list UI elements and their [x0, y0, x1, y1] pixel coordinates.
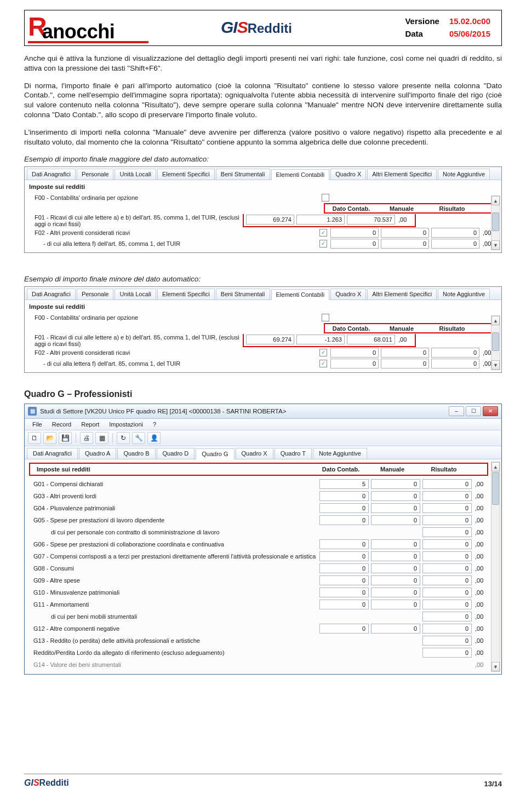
- scroll-up-icon[interactable]: ▲: [491, 196, 500, 205]
- f02-dato[interactable]: 0: [330, 348, 379, 358]
- checkbox-f00[interactable]: [322, 314, 329, 321]
- scroll-down-icon[interactable]: ▼: [491, 662, 500, 671]
- toolbar-refresh-icon[interactable]: ↻: [117, 432, 130, 444]
- cell-dato[interactable]: 0: [319, 551, 369, 561]
- tab-personale[interactable]: Personale: [77, 169, 114, 180]
- tab-unita-locali[interactable]: Unità Locali: [115, 169, 156, 180]
- menu-file[interactable]: File: [28, 420, 47, 429]
- tab-elementi-contabili[interactable]: Elementi Contabili: [271, 169, 330, 180]
- f01-dato[interactable]: 69.274: [246, 215, 294, 224]
- checkbox-f02b[interactable]: ✓: [319, 240, 327, 247]
- checkbox-f02[interactable]: ✓: [319, 229, 327, 237]
- tab-note-aggiuntive[interactable]: Note Aggiuntive: [438, 289, 490, 300]
- tab-quadro-g[interactable]: Quadro G: [196, 448, 234, 459]
- tab-dati-anagrafici[interactable]: Dati Anagrafici: [27, 448, 78, 459]
- f02b-dato[interactable]: 0: [330, 359, 379, 368]
- tab-elementi-specifici[interactable]: Elementi Specifici: [157, 289, 215, 300]
- logo-gis: GISRedditi: [154, 18, 296, 37]
- close-button[interactable]: ✕: [483, 406, 498, 416]
- menu-impostazioni[interactable]: Impostazioni: [105, 420, 147, 429]
- cell-manuale[interactable]: 0: [371, 588, 420, 597]
- scroll-thumb[interactable]: [492, 472, 499, 505]
- scroll-down-icon[interactable]: ▼: [491, 360, 500, 370]
- minimize-button[interactable]: –: [449, 406, 464, 416]
- cell-dato[interactable]: 0: [319, 491, 369, 501]
- tab-quadro-t[interactable]: Quadro T: [275, 448, 312, 459]
- tab-beni-strumentali[interactable]: Beni Strumentali: [216, 169, 270, 180]
- tab-quadro-x[interactable]: Quadro X: [330, 169, 366, 180]
- toolbar-print-icon[interactable]: 🖨: [80, 432, 93, 444]
- maximize-button[interactable]: ☐: [466, 406, 481, 416]
- tab-note-aggiuntive[interactable]: Note Aggiuntive: [313, 448, 367, 459]
- tab-quadro-b[interactable]: Quadro B: [117, 448, 155, 459]
- f02b-manuale[interactable]: 0: [381, 239, 429, 249]
- cell-manuale[interactable]: 0: [371, 539, 420, 549]
- version-value: 15.02.0c00: [445, 15, 495, 27]
- tab-quadro-a[interactable]: Quadro A: [79, 448, 116, 459]
- cell-dato[interactable]: 0: [319, 588, 369, 597]
- tab-personale[interactable]: Personale: [77, 289, 114, 300]
- cell-dato[interactable]: 0: [319, 624, 369, 634]
- f02b-manuale[interactable]: 0: [381, 359, 429, 368]
- checkbox-f00[interactable]: [322, 194, 329, 201]
- scroll-up-icon[interactable]: ▲: [491, 462, 500, 471]
- window-titlebar[interactable]: ▦ Studi di Settore [VK20U Unico PF quadr…: [25, 404, 501, 419]
- cell-dato[interactable]: 0: [319, 600, 369, 609]
- menu-report[interactable]: Report: [77, 420, 104, 429]
- checkbox-f02b[interactable]: ✓: [319, 360, 327, 367]
- tab-elementi-contabili[interactable]: Elementi Contabili: [271, 289, 330, 300]
- scroll-thumb[interactable]: [492, 332, 499, 351]
- cell-manuale[interactable]: 0: [371, 503, 420, 513]
- scrollbar-vertical[interactable]: ▲ ▼: [491, 195, 500, 250]
- cell-dato[interactable]: 0: [319, 563, 369, 573]
- cell-dato[interactable]: 0: [319, 575, 369, 585]
- tab-elementi-specifici[interactable]: Elementi Specifici: [157, 169, 215, 180]
- toolbar-new-icon[interactable]: 🗋: [28, 432, 41, 444]
- f02b-dato[interactable]: 0: [330, 239, 379, 249]
- cell-manuale[interactable]: 0: [371, 479, 420, 489]
- tab-beni-strumentali[interactable]: Beni Strumentali: [216, 289, 270, 300]
- cell-dato[interactable]: 0: [319, 515, 369, 525]
- grid-row: G05 - Spese per prestazioni di lavoro di…: [29, 514, 488, 526]
- cell-dato[interactable]: 0: [319, 539, 369, 549]
- tab-dati-anagrafici[interactable]: Dati Anagrafici: [27, 289, 76, 300]
- cell-manuale[interactable]: 0: [371, 491, 420, 501]
- toolbar-user-icon[interactable]: 👤: [147, 432, 161, 444]
- menu-help[interactable]: ?: [148, 420, 161, 429]
- tab-quadro-x[interactable]: Quadro X: [330, 289, 366, 300]
- cell-manuale[interactable]: 0: [371, 551, 420, 561]
- row-f02b: - di cui alla lettera f) dell'art. 85, c…: [29, 240, 319, 247]
- toolbar-grid-icon[interactable]: ▦: [95, 432, 108, 444]
- f02-manuale[interactable]: 0: [381, 228, 429, 238]
- tab-dati-anagrafici[interactable]: Dati Anagrafici: [27, 169, 76, 180]
- f01-dato[interactable]: 69.274: [246, 335, 294, 344]
- cell-manuale[interactable]: 0: [371, 624, 420, 634]
- cell-dato[interactable]: 0: [319, 503, 369, 513]
- cell-manuale[interactable]: 0: [371, 515, 420, 525]
- scroll-up-icon[interactable]: ▲: [491, 316, 500, 325]
- tab-note-aggiuntive[interactable]: Note Aggiuntive: [438, 169, 490, 180]
- toolbar-open-icon[interactable]: 📂: [43, 432, 56, 444]
- scrollbar-vertical[interactable]: ▲ ▼: [491, 462, 500, 672]
- tab-unita-locali[interactable]: Unità Locali: [115, 289, 156, 300]
- tab-quadro-x[interactable]: Quadro X: [236, 448, 273, 459]
- checkbox-f02[interactable]: ✓: [319, 349, 327, 356]
- tab-altri-elementi[interactable]: Altri Elementi Specifici: [367, 169, 437, 180]
- toolbar-tool-icon[interactable]: 🔧: [132, 432, 145, 444]
- cell-manuale[interactable]: 0: [371, 563, 420, 573]
- cell-dato[interactable]: 5: [319, 479, 369, 489]
- tab-altri-elementi[interactable]: Altri Elementi Specifici: [367, 289, 437, 300]
- f02-manuale[interactable]: 0: [381, 348, 429, 358]
- toolbar-save-icon[interactable]: 💾: [59, 432, 72, 444]
- scroll-down-icon[interactable]: ▼: [491, 240, 500, 250]
- menu-record[interactable]: Record: [48, 420, 76, 429]
- cell-manuale[interactable]: 0: [371, 575, 420, 585]
- tab-quadro-d[interactable]: Quadro D: [157, 448, 195, 459]
- scroll-thumb[interactable]: [492, 212, 499, 231]
- f01-manuale[interactable]: -1.263: [296, 335, 345, 344]
- scrollbar-vertical[interactable]: ▲ ▼: [491, 315, 500, 370]
- col-risultato: Risultato: [428, 325, 476, 332]
- cell-manuale[interactable]: 0: [371, 600, 420, 609]
- f02-dato[interactable]: 0: [330, 228, 379, 238]
- f01-manuale[interactable]: 1.263: [296, 215, 345, 224]
